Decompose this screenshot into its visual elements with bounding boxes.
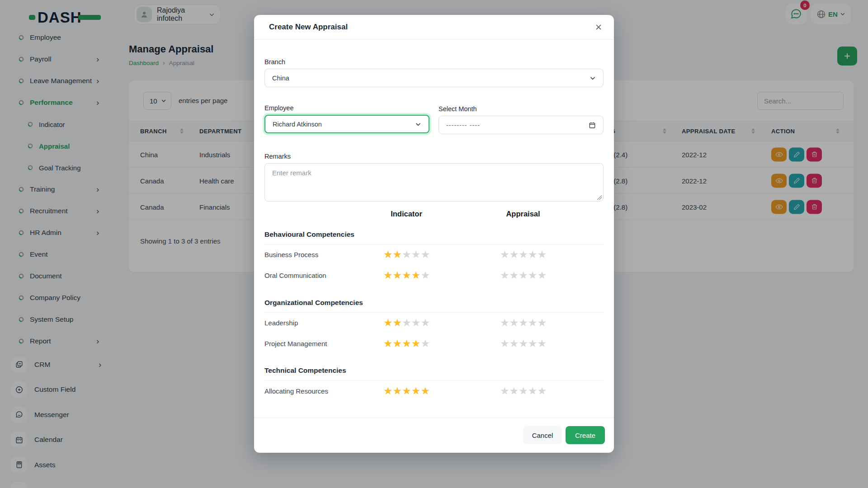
modal-header: Create New Appraisal ✕ <box>254 15 614 40</box>
indicator-rating-stars[interactable]: ★★★★★ <box>361 386 452 396</box>
star-icon[interactable]: ★ <box>537 249 546 260</box>
star-icon[interactable]: ★ <box>528 338 537 349</box>
star-icon[interactable]: ★ <box>383 318 392 328</box>
star-icon[interactable]: ★ <box>393 249 402 260</box>
star-icon[interactable]: ★ <box>420 249 429 260</box>
star-icon[interactable]: ★ <box>420 338 429 349</box>
section-title: Organizational Competencies <box>264 299 604 307</box>
indicator-column-header: Indicator <box>361 210 452 218</box>
star-icon[interactable]: ★ <box>383 270 392 281</box>
modal-title: Create New Appraisal <box>269 23 348 32</box>
star-icon[interactable]: ★ <box>528 386 537 396</box>
competency-label: Business Process <box>264 251 318 258</box>
create-button[interactable]: Create <box>566 426 605 444</box>
appraisal-rating-stars[interactable]: ★★★★★ <box>478 318 568 328</box>
star-icon[interactable]: ★ <box>537 386 546 396</box>
section-title: Behavioural Competencies <box>264 230 604 239</box>
calendar-icon[interactable] <box>589 122 596 129</box>
month-placeholder: -------- ---- <box>446 122 480 129</box>
month-label: Select Month <box>439 105 477 113</box>
close-icon[interactable]: ✕ <box>595 23 602 32</box>
star-icon[interactable]: ★ <box>411 249 420 260</box>
star-icon[interactable]: ★ <box>420 270 429 281</box>
appraisal-rating-stars[interactable]: ★★★★★ <box>478 270 568 281</box>
star-icon[interactable]: ★ <box>402 249 411 260</box>
star-icon[interactable]: ★ <box>519 270 528 281</box>
appraisal-rating-stars[interactable]: ★★★★★ <box>478 249 568 260</box>
star-icon[interactable]: ★ <box>393 318 402 328</box>
competency-label: Allocating Resources <box>264 387 328 395</box>
star-icon[interactable]: ★ <box>420 318 429 328</box>
star-icon[interactable]: ★ <box>411 386 420 396</box>
competency-label: Oral Communication <box>264 272 326 279</box>
star-icon[interactable]: ★ <box>383 386 392 396</box>
divider <box>264 380 604 380</box>
appraisal-column-header: Appraisal <box>478 210 568 218</box>
star-icon[interactable]: ★ <box>500 386 509 396</box>
create-appraisal-modal: Create New Appraisal ✕ Branch China Empl… <box>254 15 614 453</box>
star-icon[interactable]: ★ <box>500 249 509 260</box>
star-icon[interactable]: ★ <box>411 318 420 328</box>
chevron-down-icon <box>415 121 421 127</box>
cancel-button[interactable]: Cancel <box>523 426 562 444</box>
star-icon[interactable]: ★ <box>509 249 519 260</box>
star-icon[interactable]: ★ <box>519 318 528 328</box>
employee-select[interactable]: Richard Atkinson <box>264 115 429 133</box>
remarks-label: Remarks <box>264 153 291 160</box>
star-icon[interactable]: ★ <box>519 338 528 349</box>
competency-label: Project Management <box>264 340 327 347</box>
star-icon[interactable]: ★ <box>528 318 537 328</box>
indicator-rating-stars[interactable]: ★★★★★ <box>361 318 452 328</box>
appraisal-rating-stars[interactable]: ★★★★★ <box>478 338 568 349</box>
branch-label: Branch <box>264 58 285 66</box>
indicator-rating-stars[interactable]: ★★★★★ <box>361 249 452 260</box>
star-icon[interactable]: ★ <box>519 249 528 260</box>
star-icon[interactable]: ★ <box>500 318 509 328</box>
star-icon[interactable]: ★ <box>528 270 537 281</box>
star-icon[interactable]: ★ <box>402 270 411 281</box>
star-icon[interactable]: ★ <box>500 338 509 349</box>
star-icon[interactable]: ★ <box>420 386 429 396</box>
star-icon[interactable]: ★ <box>519 386 528 396</box>
remarks-textarea[interactable]: Enter remark <box>264 163 604 202</box>
star-icon[interactable]: ★ <box>393 270 402 281</box>
branch-value: China <box>272 75 289 82</box>
competency-label: Leadership <box>264 319 298 327</box>
star-icon[interactable]: ★ <box>411 338 420 349</box>
employee-value: Richard Atkinson <box>273 121 322 128</box>
star-icon[interactable]: ★ <box>509 338 519 349</box>
resize-handle[interactable] <box>597 195 602 200</box>
employee-label: Employee <box>264 104 293 112</box>
star-icon[interactable]: ★ <box>402 386 411 396</box>
star-icon[interactable]: ★ <box>393 338 402 349</box>
star-icon[interactable]: ★ <box>509 386 519 396</box>
month-input[interactable]: -------- ---- <box>439 116 604 134</box>
indicator-rating-stars[interactable]: ★★★★★ <box>361 338 452 349</box>
star-icon[interactable]: ★ <box>537 270 546 281</box>
divider <box>264 244 604 244</box>
appraisal-rating-stars[interactable]: ★★★★★ <box>478 386 568 396</box>
star-icon[interactable]: ★ <box>393 386 402 396</box>
star-icon[interactable]: ★ <box>537 318 546 328</box>
modal-footer: Cancel Create <box>254 418 614 453</box>
star-icon[interactable]: ★ <box>383 338 392 349</box>
branch-select[interactable]: China <box>264 69 604 87</box>
remarks-placeholder: Enter remark <box>272 169 311 177</box>
star-icon[interactable]: ★ <box>500 270 509 281</box>
star-icon[interactable]: ★ <box>509 270 519 281</box>
star-icon[interactable]: ★ <box>411 270 420 281</box>
star-icon[interactable]: ★ <box>537 338 546 349</box>
divider <box>264 312 604 313</box>
section-title: Technical Competencies <box>264 366 604 375</box>
indicator-rating-stars[interactable]: ★★★★★ <box>361 270 452 281</box>
chevron-down-icon <box>590 75 596 81</box>
star-icon[interactable]: ★ <box>402 338 411 349</box>
star-icon[interactable]: ★ <box>402 318 411 328</box>
star-icon[interactable]: ★ <box>509 318 519 328</box>
star-icon[interactable]: ★ <box>383 249 392 260</box>
star-icon[interactable]: ★ <box>528 249 537 260</box>
